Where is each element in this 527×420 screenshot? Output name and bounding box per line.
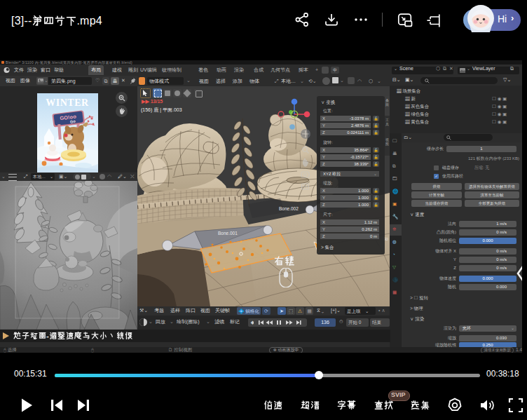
svg-text:WINTER: WINTER	[46, 97, 89, 108]
svg-text:Bone.001: Bone.001	[218, 231, 238, 236]
svg-text:Bone.002: Bone.002	[279, 206, 299, 211]
svg-text:Go: Go	[70, 119, 76, 124]
